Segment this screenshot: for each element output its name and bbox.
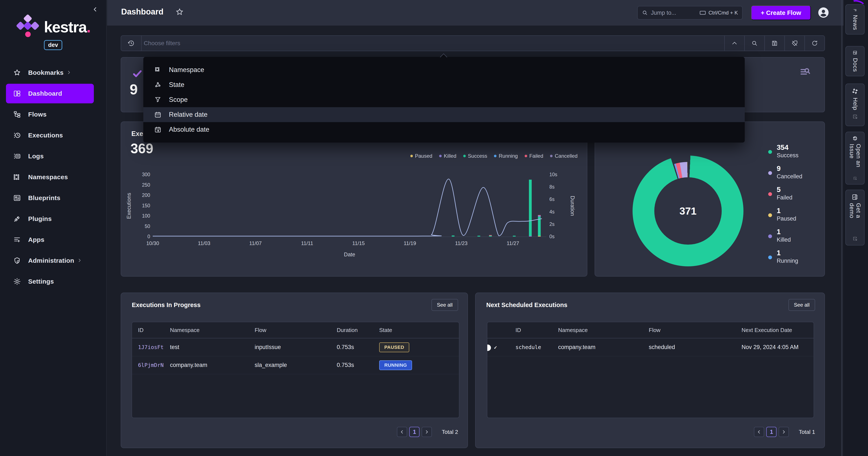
next-page-button[interactable] — [422, 427, 432, 437]
page-number-button[interactable]: 1 — [409, 427, 420, 437]
dropdown-item-relative-date[interactable]: Relative date — [143, 107, 745, 122]
filter-input[interactable] — [141, 36, 724, 51]
legend-failed[interactable]: Failed — [525, 153, 543, 159]
rail-docs-button[interactable]: Docs — [845, 46, 865, 76]
dropdown-item-absolute-date[interactable]: Absolute date — [143, 122, 745, 137]
x-axis-label: Date — [344, 252, 355, 258]
global-search[interactable]: Jump to... Ctrl/Cmd + K — [637, 6, 743, 20]
sidebar-collapse-icon[interactable] — [90, 5, 100, 14]
scheduled-table: IDNamespaceFlowNext Execution Date sched… — [487, 322, 814, 418]
sidebar-item-flows[interactable]: Flows — [0, 104, 106, 125]
chevron-right-icon — [425, 430, 429, 434]
sidebar-item-administration[interactable]: Administration — [0, 250, 106, 271]
star-icon — [13, 68, 21, 77]
next-page-button[interactable] — [779, 427, 789, 437]
legend-running[interactable]: Running — [494, 153, 518, 159]
external-link-icon — [852, 114, 858, 119]
chevron-right-icon — [77, 258, 82, 263]
filter-history-icon[interactable] — [121, 36, 141, 51]
sidebar-item-dashboard[interactable]: Dashboard — [0, 83, 106, 104]
rail-news-button[interactable]: News — [845, 4, 865, 34]
prev-page-button[interactable] — [397, 427, 407, 437]
total-executions-donut[interactable]: 371 — [632, 156, 743, 266]
filter-bar — [121, 35, 825, 51]
calendar-range-icon — [154, 126, 161, 133]
sidebar-item-bookmarks[interactable]: Bookmarks — [0, 62, 106, 83]
calendar-icon — [154, 111, 161, 118]
sidebar-item-apps[interactable]: Apps — [0, 229, 106, 250]
search-placeholder: Jump to... — [651, 9, 700, 16]
y-axis-right-label: Duration — [569, 196, 576, 216]
donut-legend-killed[interactable]: 1Killed — [768, 228, 802, 249]
create-flow-button[interactable]: + Create Flow — [751, 5, 811, 20]
namespace-icon — [154, 66, 161, 73]
execution-id-link[interactable]: 6lPjmDrN — [132, 362, 164, 368]
executions-chart[interactable] — [153, 175, 547, 237]
list-search-icon[interactable] — [800, 66, 810, 77]
sidebar-item-plugins[interactable]: Plugins — [0, 208, 106, 229]
dropdown-item-scope[interactable]: Scope — [143, 92, 745, 107]
book-icon — [852, 49, 857, 56]
filter-save-icon[interactable] — [764, 36, 784, 51]
y-axis-right-ticks: 10s8s6s4s2s0s — [549, 172, 557, 239]
search-shortcut: Ctrl/Cmd + K — [700, 9, 738, 16]
executions-panel: Executions(per day) Duration 369 Paused … — [121, 122, 587, 276]
in-progress-table: IDNamespaceFlowDurationState 1J7iosFt te… — [132, 322, 459, 418]
donut-legend-running[interactable]: 1Running — [768, 249, 802, 270]
kestra-logo[interactable]: kestra. — [0, 14, 106, 40]
flows-icon — [13, 110, 21, 119]
status-badge: RUNNING — [379, 360, 412, 370]
scheduled-pagination: 1 Total 1 — [754, 427, 815, 437]
scheduled-title: Next Scheduled Executions — [486, 301, 567, 308]
donut-legend-paused[interactable]: 1Paused — [768, 206, 802, 228]
donut-legend-success[interactable]: 354Success — [768, 143, 802, 164]
donut-legend: 354Success 9Cancelled 5Failed 1Paused 1K… — [768, 143, 802, 270]
external-link-icon — [853, 175, 857, 181]
sidebar-item-executions[interactable]: Executions — [0, 125, 106, 146]
table-row[interactable]: 6lPjmDrN company.team sla_example 0.753s… — [132, 356, 459, 374]
chart-legend: Paused Killed Success Running Failed Can… — [410, 153, 578, 159]
legend-paused[interactable]: Paused — [410, 153, 432, 159]
user-avatar[interactable] — [817, 6, 830, 19]
donut-legend-cancelled[interactable]: 9Cancelled — [768, 164, 802, 185]
filter-collapse-icon[interactable] — [724, 36, 744, 51]
right-rail: News Docs Help Open an Issue Get a demo — [843, 0, 868, 456]
filter-labels-off-icon[interactable] — [784, 36, 804, 51]
table-header: IDNamespaceFlowNext Execution Date — [487, 322, 814, 338]
dropdown-item-state[interactable]: State — [143, 77, 745, 92]
legend-cancelled[interactable]: Cancelled — [550, 153, 578, 159]
execution-id-link[interactable]: 1J7iosFt — [132, 344, 164, 350]
scheduled-see-all-button[interactable]: See all — [788, 299, 815, 311]
rail-help-button[interactable]: Help — [845, 84, 865, 126]
filter-search-icon[interactable] — [744, 36, 764, 51]
scrollbar[interactable] — [841, 0, 843, 456]
settings-icon — [13, 277, 21, 286]
dropdown-item-namespace[interactable]: Namespace — [143, 62, 745, 77]
prev-page-button[interactable] — [754, 427, 764, 437]
table-row[interactable]: schedule company.team scheduled Nov 29, … — [487, 338, 814, 356]
in-progress-see-all-button[interactable]: See all — [431, 299, 458, 311]
page-number-button[interactable]: 1 — [766, 427, 776, 437]
executions-icon — [13, 131, 21, 139]
favorite-star-icon[interactable] — [175, 8, 185, 17]
table-row[interactable]: 1J7iosFt test inputIssue 0.753s PAUSED — [132, 338, 459, 356]
legend-killed[interactable]: Killed — [439, 153, 456, 159]
filter-refresh-icon[interactable] — [804, 36, 825, 51]
total-executions-panel: Total Executions 371 354Success 9Cancell… — [595, 122, 825, 276]
donut-center: 371 — [654, 177, 722, 245]
blueprints-icon — [13, 194, 21, 202]
donut-legend-failed[interactable]: 5Failed — [768, 185, 802, 206]
sidebar-item-namespaces[interactable]: Namespaces — [0, 167, 106, 188]
sidebar-item-logs[interactable]: Logs — [0, 146, 106, 167]
rail-get-demo-button[interactable]: Get a demo — [845, 190, 865, 246]
y-axis-left-ticks: 300250200150100500 — [134, 172, 150, 239]
legend-success[interactable]: Success — [463, 153, 487, 159]
rail-open-issue-button[interactable]: Open an Issue — [845, 132, 865, 185]
namespaces-icon — [13, 173, 21, 181]
sidebar-item-settings[interactable]: Settings — [0, 271, 106, 292]
dropdown-notch — [440, 54, 447, 61]
x-axis-ticks: 10/3011/0311/0711/1111/1511/1911/2311/27 — [121, 240, 587, 248]
sidebar-item-blueprints[interactable]: Blueprints — [0, 188, 106, 208]
state-icon — [154, 82, 161, 88]
scope-funnel-icon — [154, 96, 161, 103]
